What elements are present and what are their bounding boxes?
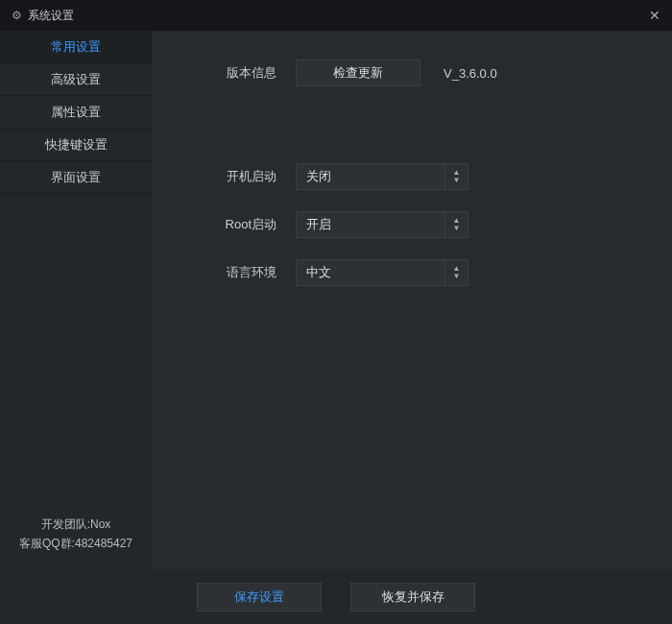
- version-label: 版本信息: [190, 64, 276, 82]
- lang-dropdown-value: 中文: [297, 264, 444, 281]
- check-update-button[interactable]: 检查更新: [296, 60, 420, 86]
- qq-info: 客服QQ群:482485427: [0, 534, 152, 553]
- sidebar-item-label: 高级设置: [51, 71, 101, 88]
- sidebar-item-shortcuts[interactable]: 快捷键设置: [0, 129, 152, 161]
- sidebar-footer: 开发团队:Nox 客服QQ群:482485427: [0, 515, 152, 553]
- root-dropdown-value: 开启: [297, 216, 444, 233]
- lang-dropdown[interactable]: 中文 ▲▼: [296, 259, 468, 286]
- lang-label: 语言环境: [190, 264, 276, 281]
- updown-icon: ▲▼: [444, 212, 468, 237]
- titlebar: ⚙ 系统设置 ✕: [0, 0, 672, 31]
- sidebar-item-advanced[interactable]: 高级设置: [0, 63, 152, 96]
- footer: 保存设置 恢复并保存: [0, 570, 672, 624]
- gear-icon: ⚙: [12, 9, 22, 22]
- close-icon[interactable]: ✕: [649, 8, 660, 23]
- updown-icon: ▲▼: [444, 164, 468, 189]
- team-info: 开发团队:Nox: [0, 515, 152, 534]
- lang-row: 语言环境 中文 ▲▼: [190, 259, 634, 286]
- version-value: V_3.6.0.0: [444, 66, 497, 81]
- boot-dropdown-value: 关闭: [297, 168, 444, 185]
- main-panel: 版本信息 检查更新 V_3.6.0.0 开机启动 关闭 ▲▼ Root启动 开启…: [152, 31, 672, 570]
- root-row: Root启动 开启 ▲▼: [190, 211, 634, 238]
- sidebar-item-label: 界面设置: [51, 169, 101, 186]
- window-title: 系统设置: [28, 8, 74, 24]
- restore-button[interactable]: 恢复并保存: [350, 583, 475, 612]
- root-dropdown[interactable]: 开启 ▲▼: [296, 211, 468, 238]
- version-row: 版本信息 检查更新 V_3.6.0.0: [190, 60, 634, 86]
- sidebar-item-label: 常用设置: [51, 38, 101, 56]
- boot-row: 开机启动 关闭 ▲▼: [190, 163, 634, 190]
- sidebar-item-label: 快捷键设置: [45, 136, 108, 154]
- sidebar: 常用设置 高级设置 属性设置 快捷键设置 界面设置 开发团队:Nox 客服QQ群…: [0, 31, 152, 570]
- updown-icon: ▲▼: [444, 260, 468, 285]
- root-label: Root启动: [190, 216, 276, 233]
- sidebar-item-properties[interactable]: 属性设置: [0, 96, 152, 129]
- save-button[interactable]: 保存设置: [197, 583, 322, 612]
- boot-dropdown[interactable]: 关闭 ▲▼: [296, 163, 468, 190]
- boot-label: 开机启动: [190, 168, 276, 185]
- sidebar-item-common[interactable]: 常用设置: [0, 31, 152, 63]
- sidebar-item-interface[interactable]: 界面设置: [0, 161, 152, 194]
- content: 常用设置 高级设置 属性设置 快捷键设置 界面设置 开发团队:Nox 客服QQ群…: [0, 31, 672, 570]
- sidebar-item-label: 属性设置: [51, 104, 101, 121]
